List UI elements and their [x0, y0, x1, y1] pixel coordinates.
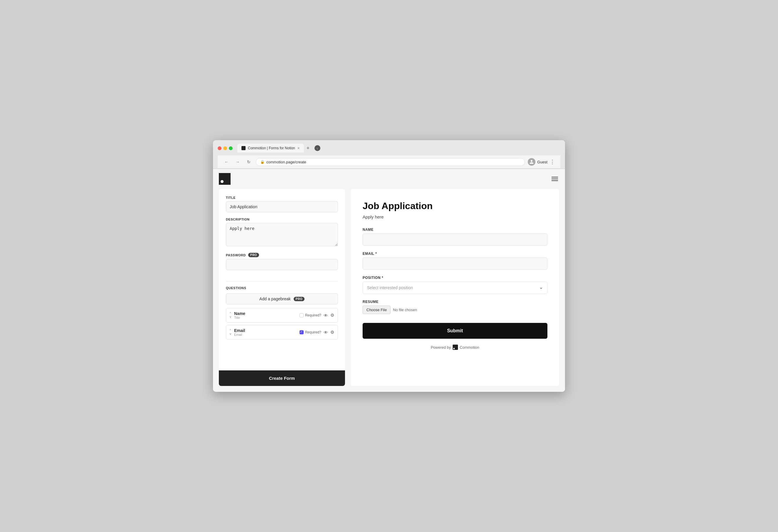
- hamburger-line-1: [551, 177, 558, 177]
- password-input[interactable]: [226, 259, 338, 270]
- add-pagebreak-button[interactable]: Add a pagebreak PRO: [226, 293, 338, 304]
- question-1-controls: Required? 👁 ⚙: [300, 313, 334, 318]
- nav-right: Guest ⋮: [528, 158, 556, 166]
- question-1-subtitle: Title: [234, 316, 297, 320]
- lock-icon: 🔒: [260, 160, 264, 164]
- url-text: commotion.page/create: [266, 160, 306, 164]
- maximize-window-button[interactable]: [229, 146, 233, 150]
- submit-button[interactable]: Submit: [363, 323, 547, 339]
- question-2-name: Email Email: [234, 328, 297, 336]
- resume-field-label: RESUME: [363, 300, 547, 304]
- browser-controls: Commotion | Forms for Notion × + ↓: [218, 144, 560, 153]
- app-logo: [219, 173, 231, 185]
- tab-label: Commotion | Forms for Notion: [248, 146, 295, 150]
- guest-avatar: [528, 158, 535, 166]
- question-item-email-header: ^ v Email Email Required? 👁: [230, 328, 334, 336]
- arrow-down-icon[interactable]: v: [230, 315, 231, 319]
- questions-label: QUESTIONS: [226, 286, 338, 290]
- position-select-wrapper: Select interested position: [363, 281, 547, 294]
- close-window-button[interactable]: [218, 146, 222, 150]
- email-field-input[interactable]: [363, 258, 547, 270]
- question-2-required-checkbox[interactable]: [300, 330, 304, 334]
- powered-by: Powered by Commotion: [363, 345, 547, 350]
- question-2-settings-icon[interactable]: ⚙: [330, 330, 334, 335]
- new-tab-button[interactable]: +: [304, 144, 312, 152]
- form-description: Apply here: [363, 214, 547, 219]
- question-2-visibility-icon[interactable]: 👁: [324, 330, 328, 335]
- choose-file-button[interactable]: Choose File: [363, 305, 390, 314]
- create-form-button[interactable]: Create Form: [219, 370, 345, 386]
- question-item-name: ^ v Name Title Required? 👁: [226, 308, 338, 323]
- title-field-label: TITLE: [226, 196, 338, 199]
- question-1-arrows[interactable]: ^ v: [230, 312, 231, 319]
- question-1-required-label: Required?: [300, 313, 321, 317]
- position-field-label: POSITION *: [363, 276, 547, 280]
- right-panel: Job Application Apply here NAME EMAIL * …: [351, 189, 559, 386]
- arrow-up-icon[interactable]: ^: [230, 312, 231, 315]
- active-tab[interactable]: Commotion | Forms for Notion ×: [237, 144, 304, 153]
- password-field-label: PASSWORD PRO: [226, 253, 338, 257]
- email-field-group: EMAIL *: [363, 252, 547, 270]
- question-2-title: Email: [234, 328, 297, 333]
- back-button[interactable]: ←: [222, 158, 231, 166]
- main-content: TITLE DESCRIPTION Apply here PASSWORD PR…: [213, 189, 565, 392]
- browser-download-button[interactable]: ↓: [314, 145, 320, 151]
- browser-menu-button[interactable]: ⋮: [550, 159, 556, 165]
- question-2-subtitle: Email: [234, 333, 297, 336]
- arrow-down-icon[interactable]: v: [230, 332, 231, 336]
- name-field-input[interactable]: [363, 234, 547, 246]
- question-item-email: ^ v Email Email Required? 👁: [226, 325, 338, 340]
- no-file-text: No file chosen: [393, 307, 417, 312]
- password-field-group: PASSWORD PRO: [226, 253, 338, 270]
- powered-by-text: Powered by: [431, 345, 451, 350]
- pro-badge: PRO: [248, 253, 259, 257]
- powered-by-logo: [453, 345, 458, 350]
- position-select[interactable]: Select interested position: [363, 281, 547, 294]
- title-field-group: TITLE: [226, 196, 338, 212]
- traffic-lights: [218, 146, 233, 150]
- powered-by-brand: Commotion: [460, 345, 479, 350]
- description-field-label: DESCRIPTION: [226, 217, 338, 221]
- title-input[interactable]: [226, 201, 338, 212]
- pagebreak-pro-badge: PRO: [294, 297, 305, 301]
- question-1-title: Name: [234, 311, 297, 316]
- browser-nav-bar: ← → ↻ 🔒 commotion.page/create Guest ⋮: [218, 156, 560, 169]
- app-area: TITLE DESCRIPTION Apply here PASSWORD PR…: [213, 169, 565, 392]
- forward-button[interactable]: →: [234, 158, 242, 166]
- question-1-name: Name Title: [234, 311, 297, 320]
- question-1-required-checkbox[interactable]: [300, 313, 304, 317]
- app-header: [213, 169, 565, 189]
- minimize-window-button[interactable]: [223, 146, 227, 150]
- question-2-controls: Required? 👁 ⚙: [300, 330, 334, 335]
- browser-titlebar: Commotion | Forms for Notion × + ↓ ← → ↻…: [213, 140, 565, 169]
- arrow-up-icon[interactable]: ^: [230, 329, 231, 332]
- refresh-button[interactable]: ↻: [245, 158, 253, 166]
- name-field-group: NAME: [363, 228, 547, 246]
- position-field-group: POSITION * Select interested position: [363, 276, 547, 294]
- browser-window: Commotion | Forms for Notion × + ↓ ← → ↻…: [213, 140, 565, 392]
- email-field-label: EMAIL *: [363, 252, 547, 256]
- question-2-required-label: Required?: [300, 330, 321, 334]
- description-textarea[interactable]: Apply here: [226, 223, 338, 246]
- tab-close-button[interactable]: ×: [298, 146, 300, 150]
- guest-label: Guest: [537, 160, 547, 164]
- description-field-group: DESCRIPTION Apply here: [226, 217, 338, 248]
- tab-favicon: [241, 146, 245, 150]
- hamburger-line-3: [551, 180, 558, 181]
- resume-field-group: RESUME Choose File No file chosen: [363, 300, 547, 314]
- hamburger-line-2: [551, 179, 558, 179]
- hamburger-menu-button[interactable]: [550, 176, 559, 182]
- name-field-label: NAME: [363, 228, 547, 232]
- question-1-visibility-icon[interactable]: 👁: [324, 313, 328, 318]
- browser-tabs: Commotion | Forms for Notion × +: [237, 144, 312, 153]
- guest-account-button[interactable]: Guest: [528, 158, 547, 166]
- question-1-settings-icon[interactable]: ⚙: [330, 313, 334, 318]
- form-title: Job Application: [363, 201, 547, 211]
- left-panel: TITLE DESCRIPTION Apply here PASSWORD PR…: [219, 189, 345, 386]
- file-input-area: Choose File No file chosen: [363, 305, 547, 314]
- address-bar[interactable]: 🔒 commotion.page/create: [256, 158, 525, 166]
- question-item-name-header: ^ v Name Title Required? 👁: [230, 311, 334, 320]
- question-2-arrows[interactable]: ^ v: [230, 329, 231, 336]
